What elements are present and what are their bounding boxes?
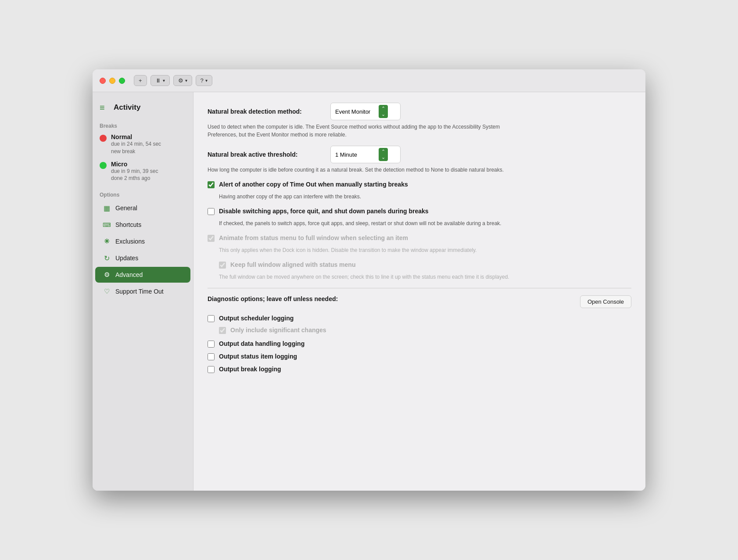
alert-copy-desc: Having another copy of the app can inter… [219, 193, 517, 201]
sidebar-item-general-label: General [115, 205, 137, 212]
break-dot-red [100, 135, 107, 142]
sidebar-item-updates-label: Updates [115, 255, 138, 262]
toolbar: + ⏸ ▾ ⚙ ▾ ? ▾ [134, 75, 212, 86]
natural-break-detection-dropdown[interactable]: Event Monitor ⌃⌄ [330, 103, 401, 120]
exclusions-icon: ✳ [102, 237, 111, 246]
sidebar-item-general[interactable]: ▦ General [95, 200, 190, 216]
sidebar-activity: ≡ Activity [93, 99, 193, 119]
disable-switching-desc: If checked, the panels to switch apps, f… [219, 219, 517, 227]
sidebar-break-micro[interactable]: Micro due in 9 min, 39 sec done 2 mths a… [93, 158, 193, 185]
output-status-label: Output status item logging [219, 353, 297, 360]
keep-aligned-checkbox-wrap[interactable] [219, 262, 226, 270]
break-detail-normal-line2: new break [111, 148, 161, 155]
output-scheduler-row: Output scheduler logging [208, 315, 631, 324]
activity-label: Activity [114, 103, 140, 112]
only-significant-checkbox[interactable] [219, 327, 226, 334]
updates-icon: ↻ [102, 254, 111, 262]
animate-status-checkbox-wrap[interactable] [208, 235, 215, 244]
advanced-icon: ⚙ [102, 270, 111, 279]
keep-aligned-desc: The full window can be moved anywhere on… [219, 273, 517, 281]
only-significant-row: Only include significant changes [219, 327, 631, 336]
diagnostic-header-row: Diagnostic options; leave off unless nee… [208, 295, 631, 309]
keep-aligned-checkbox[interactable] [219, 262, 226, 269]
only-significant-checkbox-wrap[interactable] [219, 327, 226, 336]
sidebar: ≡ Activity Breaks Normal due in 24 min, … [93, 92, 193, 491]
break-detail-normal-line1: due in 24 min, 54 sec [111, 140, 161, 148]
main-layout: ≡ Activity Breaks Normal due in 24 min, … [93, 92, 645, 491]
natural-break-threshold-value: 1 Minute [335, 151, 357, 158]
natural-break-threshold-description: How long the computer is idle before cou… [208, 166, 506, 174]
animate-status-desc: This only applies when the Dock icon is … [219, 246, 517, 254]
alert-copy-checkbox-wrap[interactable] [208, 181, 215, 190]
options-section-label: Options [93, 185, 193, 200]
breaks-section-label: Breaks [93, 119, 193, 131]
break-info-micro: Micro due in 9 min, 39 sec done 2 mths a… [111, 161, 158, 183]
output-data-checkbox[interactable] [208, 341, 215, 348]
sidebar-item-support-label: Support Time Out [115, 288, 164, 295]
traffic-lights [100, 78, 125, 84]
natural-break-threshold-label: Natural break active threshold: [208, 151, 330, 158]
add-button[interactable]: + [134, 75, 147, 86]
break-name-normal: Normal [111, 133, 161, 140]
maximize-button[interactable] [119, 78, 125, 84]
output-scheduler-checkbox[interactable] [208, 315, 215, 322]
alert-copy-checkbox[interactable] [208, 181, 215, 188]
divider [208, 288, 631, 288]
natural-break-detection-label: Natural break detection method: [208, 108, 330, 115]
shortcuts-icon: ⌨ [102, 220, 111, 229]
output-break-label: Output break logging [219, 366, 281, 373]
break-detail-micro-line2: done 2 mths ago [111, 175, 158, 182]
output-status-row: Output status item logging [208, 353, 631, 362]
output-status-checkbox[interactable] [208, 353, 215, 360]
break-info-normal: Normal due in 24 min, 54 sec new break [111, 133, 161, 155]
break-detail-micro-line1: due in 9 min, 39 sec [111, 168, 158, 175]
sidebar-item-advanced[interactable]: ⚙ Advanced [95, 267, 190, 283]
disable-switching-checkbox-wrap[interactable] [208, 208, 215, 217]
help-button[interactable]: ? ▾ [196, 75, 212, 86]
alert-copy-row: Alert of another copy of Time Out when m… [208, 181, 631, 190]
output-break-checkbox[interactable] [208, 366, 215, 373]
general-icon: ▦ [102, 204, 111, 212]
output-break-checkbox-wrap[interactable] [208, 366, 215, 375]
open-console-button[interactable]: Open Console [580, 295, 631, 308]
break-dot-green [100, 162, 107, 169]
sidebar-item-support[interactable]: ♡ Support Time Out [95, 284, 190, 299]
content-area: Natural break detection method: Event Mo… [193, 92, 645, 491]
sidebar-item-updates[interactable]: ↻ Updates [95, 250, 190, 266]
keep-aligned-label: Keep full window aligned with status men… [230, 261, 355, 268]
only-significant-label: Only include significant changes [230, 327, 326, 334]
disable-switching-row: Disable switching apps, force quit, and … [208, 208, 631, 217]
output-data-label: Output data handling logging [219, 340, 305, 347]
sidebar-item-exclusions-label: Exclusions [115, 238, 145, 245]
pause-button[interactable]: ⏸ ▾ [150, 75, 170, 86]
close-button[interactable] [100, 78, 106, 84]
settings-button[interactable]: ⚙ ▾ [173, 75, 192, 86]
sidebar-item-advanced-label: Advanced [115, 271, 143, 278]
minimize-button[interactable] [109, 78, 115, 84]
keep-aligned-row: Keep full window aligned with status men… [219, 261, 631, 270]
output-status-checkbox-wrap[interactable] [208, 353, 215, 362]
natural-break-threshold-dropdown[interactable]: 1 Minute ⌃⌄ [330, 146, 401, 163]
disable-switching-checkbox[interactable] [208, 208, 215, 215]
chevron-threshold-icon: ⌃⌄ [379, 148, 388, 161]
natural-break-detection-row: Natural break detection method: Event Mo… [208, 103, 631, 120]
disable-switching-label: Disable switching apps, force quit, and … [219, 208, 429, 215]
output-break-row: Output break logging [208, 366, 631, 375]
natural-break-threshold-row: Natural break active threshold: 1 Minute… [208, 146, 631, 163]
titlebar: + ⏸ ▾ ⚙ ▾ ? ▾ [93, 69, 645, 92]
animate-status-row: Animate from status menu to full window … [208, 234, 631, 244]
output-data-row: Output data handling logging [208, 340, 631, 349]
chevron-up-down-icon: ⌃⌄ [379, 105, 388, 118]
output-data-checkbox-wrap[interactable] [208, 341, 215, 349]
sidebar-break-normal[interactable]: Normal due in 24 min, 54 sec new break [93, 131, 193, 158]
output-scheduler-label: Output scheduler logging [219, 315, 294, 322]
activity-icon: ≡ [100, 103, 109, 112]
animate-status-checkbox[interactable] [208, 235, 215, 242]
output-scheduler-checkbox-wrap[interactable] [208, 315, 215, 324]
sidebar-item-shortcuts-label: Shortcuts [115, 221, 141, 228]
alert-copy-label: Alert of another copy of Time Out when m… [219, 181, 408, 188]
natural-break-detection-description: Used to detect when the computer is idle… [208, 123, 506, 139]
sidebar-item-shortcuts[interactable]: ⌨ Shortcuts [95, 217, 190, 233]
sidebar-item-exclusions[interactable]: ✳ Exclusions [95, 233, 190, 249]
support-icon: ♡ [102, 287, 111, 296]
